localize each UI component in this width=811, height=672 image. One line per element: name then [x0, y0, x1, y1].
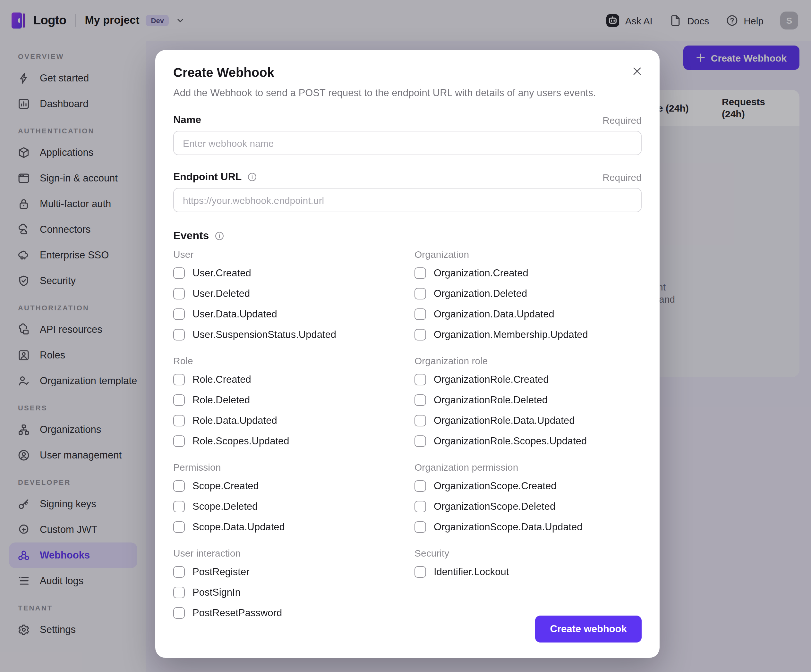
checkbox-organizationscope-data-updated[interactable]: OrganizationScope.Data.Updated — [414, 517, 641, 537]
checkbox-role-scopes-updated[interactable]: Role.Scopes.Updated — [173, 431, 414, 452]
modal-title: Create Webhook — [173, 65, 641, 80]
name-required-label: Required — [602, 115, 641, 125]
checkbox-postresetpassword[interactable]: PostResetPassword — [173, 603, 414, 623]
endpoint-url-input[interactable] — [173, 188, 641, 212]
event-group-organization-permission: Organization permission OrganizationScop… — [414, 462, 641, 537]
checkbox[interactable] — [414, 288, 426, 300]
checkbox[interactable] — [414, 308, 426, 320]
close-icon[interactable] — [631, 65, 643, 77]
checkbox[interactable] — [173, 267, 185, 279]
checkbox-organization-data-updated[interactable]: Organization.Data.Updated — [414, 304, 641, 325]
checkbox-user-data-updated[interactable]: User.Data.Updated — [173, 304, 414, 325]
checkbox[interactable] — [173, 480, 185, 492]
checkbox-role-created[interactable]: Role.Created — [173, 369, 414, 390]
checkbox[interactable] — [173, 566, 185, 578]
info-icon[interactable] — [214, 231, 224, 241]
checkbox-organization-deleted[interactable]: Organization.Deleted — [414, 283, 641, 304]
submit-create-webhook-button[interactable]: Create webhook — [535, 616, 641, 643]
endpoint-url-field-label: Endpoint URL — [173, 171, 242, 183]
event-group-user-interaction: User interaction PostRegister PostSignIn… — [173, 548, 414, 623]
events-grid: User User.Created User.Deleted User.Data… — [173, 249, 641, 623]
checkbox[interactable] — [173, 587, 185, 598]
checkbox[interactable] — [414, 501, 426, 512]
checkbox[interactable] — [173, 394, 185, 406]
checkbox-organization-membership-updated[interactable]: Organization.Membership.Updated — [414, 325, 641, 345]
checkbox[interactable] — [414, 435, 426, 447]
event-group-security: Security Identifier.Lockout — [414, 548, 641, 623]
modal-description: Add the Webhook to send a POST request t… — [173, 86, 641, 99]
checkbox-organizationrole-deleted[interactable]: OrganizationRole.Deleted — [414, 390, 641, 410]
webhook-name-input[interactable] — [173, 131, 641, 155]
checkbox[interactable] — [173, 521, 185, 533]
checkbox-organizationrole-data-updated[interactable]: OrganizationRole.Data.Updated — [414, 410, 641, 431]
event-group-organization-role: Organization role OrganizationRole.Creat… — [414, 355, 641, 452]
checkbox-role-data-updated[interactable]: Role.Data.Updated — [173, 410, 414, 431]
checkbox[interactable] — [414, 521, 426, 533]
checkbox-scope-created[interactable]: Scope.Created — [173, 476, 414, 496]
endpoint-url-required-label: Required — [602, 171, 641, 183]
checkbox-postregister[interactable]: PostRegister — [173, 562, 414, 582]
checkbox[interactable] — [173, 607, 185, 619]
checkbox[interactable] — [173, 374, 185, 385]
checkbox-organization-created[interactable]: Organization.Created — [414, 263, 641, 283]
event-group-user: User User.Created User.Deleted User.Data… — [173, 249, 414, 345]
checkbox-user-deleted[interactable]: User.Deleted — [173, 283, 414, 304]
checkbox[interactable] — [414, 415, 426, 427]
checkbox[interactable] — [414, 394, 426, 406]
info-icon[interactable] — [247, 172, 257, 182]
checkbox[interactable] — [414, 480, 426, 492]
checkbox[interactable] — [173, 288, 185, 300]
checkbox[interactable] — [173, 435, 185, 447]
checkbox-organizationrole-scopes-updated[interactable]: OrganizationRole.Scopes.Updated — [414, 431, 641, 452]
checkbox-organizationrole-created[interactable]: OrganizationRole.Created — [414, 369, 641, 390]
checkbox-organizationscope-deleted[interactable]: OrganizationScope.Deleted — [414, 496, 641, 517]
checkbox[interactable] — [414, 267, 426, 279]
checkbox-user-created[interactable]: User.Created — [173, 263, 414, 283]
name-field-label: Name — [173, 114, 201, 126]
checkbox[interactable] — [414, 329, 426, 340]
checkbox-organizationscope-created[interactable]: OrganizationScope.Created — [414, 476, 641, 496]
checkbox-postsignin[interactable]: PostSignIn — [173, 582, 414, 603]
checkbox-user-suspensionstatus-updated[interactable]: User.SuspensionStatus.Updated — [173, 325, 414, 345]
app-root: Logto My project Dev — [0, 0, 811, 672]
checkbox[interactable] — [173, 415, 185, 427]
create-webhook-modal: Create Webhook Add the Webhook to send a… — [155, 50, 660, 658]
checkbox[interactable] — [173, 501, 185, 512]
checkbox-scope-deleted[interactable]: Scope.Deleted — [173, 496, 414, 517]
checkbox[interactable] — [414, 566, 426, 578]
event-group-permission: Permission Scope.Created Scope.Deleted S… — [173, 462, 414, 537]
checkbox-identifier-lockout[interactable]: Identifier.Lockout — [414, 562, 641, 582]
checkbox-scope-data-updated[interactable]: Scope.Data.Updated — [173, 517, 414, 537]
checkbox[interactable] — [173, 329, 185, 340]
event-group-role: Role Role.Created Role.Deleted Role.Data… — [173, 355, 414, 452]
checkbox-role-deleted[interactable]: Role.Deleted — [173, 390, 414, 410]
events-label: Events — [173, 230, 209, 242]
checkbox[interactable] — [414, 374, 426, 385]
checkbox[interactable] — [173, 308, 185, 320]
event-group-organization: Organization Organization.Created Organi… — [414, 249, 641, 345]
